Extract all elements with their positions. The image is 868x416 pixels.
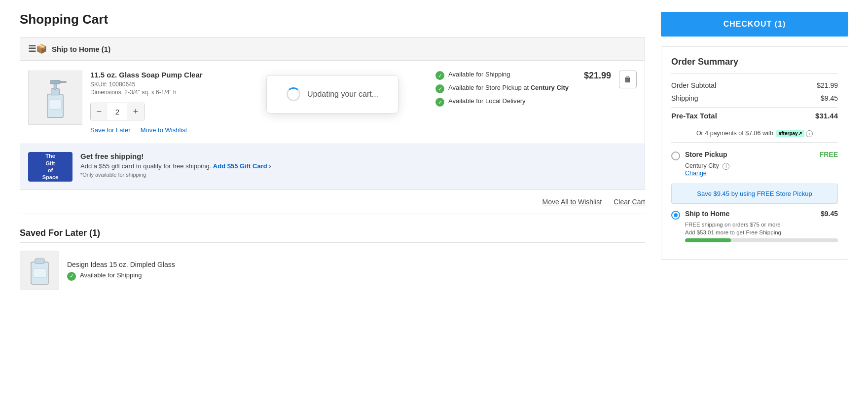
- subtotal-label: Order Subtotal: [671, 81, 716, 89]
- cart-bottom-actions: Move All to Wishlist Clear Cart: [20, 190, 645, 214]
- radio-dot: [674, 213, 678, 217]
- shipping-label: Shipping: [671, 94, 698, 102]
- progress-bar-fill: [685, 238, 731, 242]
- free-shipping-banner: The Gift of Space Get free shipping! Add…: [20, 144, 645, 190]
- ship-icon: ☰📦: [28, 43, 47, 54]
- store-pickup-banner[interactable]: Save $9.45 by using FREE Store Pickup: [671, 184, 838, 204]
- afterpay-text: Or 4 payments of $7.86 with: [696, 130, 773, 137]
- order-summary-box: Order Summary Order Subtotal $21.99 Ship…: [661, 46, 848, 260]
- total-label: Pre-Tax Total: [671, 112, 717, 120]
- gift-card-label: The Gift of Space: [42, 152, 58, 181]
- saved-avail: ✓ Available for Shipping: [67, 271, 175, 281]
- quantity-value: 2: [108, 108, 127, 116]
- ship-to-home-header: Ship to Home $9.45: [671, 210, 838, 220]
- checkout-button[interactable]: CHECKOUT (1): [661, 12, 848, 37]
- free-shipping-content: Get free shipping! Add a $55 gift card t…: [80, 152, 637, 178]
- avail-item-shipping: ✓ Available for Shipping: [435, 71, 569, 80]
- ship-to-home-label: Ship to Home: [685, 210, 816, 218]
- subtotal-row: Order Subtotal $21.99: [671, 81, 838, 89]
- check-icon-pickup: ✓: [435, 84, 444, 93]
- saved-avail-text: Available for Shipping: [80, 271, 142, 279]
- svg-rect-5: [49, 100, 62, 109]
- updating-text: Updating your cart...: [307, 90, 378, 99]
- quantity-control: − 2 +: [90, 103, 145, 120]
- location-info-icon[interactable]: i: [723, 163, 729, 170]
- ship-to-home-option: Ship to Home $9.45 FREE shipping on orde…: [671, 210, 838, 242]
- updating-modal: Updating your cart...: [266, 75, 398, 113]
- saved-product-details: Design Ideas 15 oz. Dimpled Glass ✓ Avai…: [67, 261, 175, 281]
- subtotal-value: $21.99: [817, 81, 838, 89]
- check-icon-saved: ✓: [67, 272, 76, 281]
- total-row: Pre-Tax Total $31.44: [671, 107, 838, 120]
- free-shipping-title: Get free shipping!: [80, 152, 637, 160]
- svg-rect-8: [33, 268, 46, 277]
- store-pickup-radio[interactable]: [671, 151, 680, 160]
- product-image: [28, 71, 82, 125]
- ship-section-label: Ship to Home (1): [52, 45, 110, 53]
- ship-to-home-price: $9.45: [821, 210, 838, 218]
- move-to-wishlist-button[interactable]: Move to Wishlist: [141, 126, 187, 134]
- product-price: $21.99: [577, 71, 611, 81]
- change-store-link[interactable]: Change: [685, 170, 707, 177]
- arrow-icon: ›: [269, 162, 271, 170]
- saved-product-image: [20, 251, 59, 290]
- store-pickup-option: Store Pickup FREE Century City i Change: [671, 151, 838, 177]
- save-for-later-button[interactable]: Save for Later: [90, 126, 131, 134]
- shipping-sub-info: FREE shipping on orders $75 or more: [671, 222, 838, 227]
- page-title: Shopping Cart: [20, 12, 645, 27]
- progress-bar-bg: [685, 238, 838, 242]
- avail-item-pickup: ✓ Available for Store Pickup at Century …: [435, 84, 569, 93]
- svg-rect-3: [50, 80, 61, 84]
- sidebar: CHECKOUT (1) Order Summary Order Subtota…: [661, 12, 848, 298]
- saved-product-name: Design Ideas 15 oz. Dimpled Glass: [67, 261, 175, 268]
- trash-icon: 🗑: [624, 75, 632, 84]
- shipping-row: Shipping $9.45: [671, 94, 838, 102]
- move-all-wishlist-button[interactable]: Move All to Wishlist: [542, 198, 602, 206]
- free-shipping-desc-text: Add a $55 gift card to qualify for free …: [80, 162, 211, 170]
- avail-item-delivery: ✓ Available for Local Delivery: [435, 97, 569, 107]
- ship-to-home-radio[interactable]: [671, 211, 680, 220]
- delete-item-button[interactable]: 🗑: [619, 71, 637, 88]
- saved-section-title: Saved For Later (1): [20, 228, 645, 238]
- gift-card-image: The Gift of Space: [28, 152, 72, 182]
- check-icon: ✓: [435, 71, 444, 80]
- item-actions: Save for Later Move to Wishlist: [90, 126, 428, 134]
- avail-text-shipping: Available for Shipping: [448, 71, 510, 78]
- quantity-increase-button[interactable]: +: [127, 103, 144, 120]
- add-gift-card-link[interactable]: Add $55 Gift Card: [213, 162, 267, 170]
- afterpay-logo: afterpay↗: [776, 130, 804, 137]
- svg-rect-7: [35, 259, 44, 264]
- free-shipping-note: *Only available for shipping: [80, 172, 637, 178]
- afterpay-info-icon[interactable]: i: [806, 130, 813, 137]
- avail-text-pickup: Available for Store Pickup at Century Ci…: [448, 84, 569, 91]
- saved-item: Design Ideas 15 oz. Dimpled Glass ✓ Avai…: [20, 242, 645, 298]
- shipping-progress-bar-wrap: [671, 238, 838, 242]
- cart-item-area: 11.5 oz. Glass Soap Pump Clear SKU#: 100…: [20, 61, 645, 144]
- availability-section: ✓ Available for Shipping ✓ Available for…: [435, 71, 569, 107]
- clear-cart-button[interactable]: Clear Cart: [614, 198, 645, 206]
- avail-text-delivery: Available for Local Delivery: [448, 97, 526, 105]
- store-pickup-sub: Century City i Change: [671, 162, 838, 177]
- quantity-decrease-button[interactable]: −: [91, 103, 108, 120]
- spinner: [287, 87, 300, 101]
- store-pickup-location: Century City: [685, 162, 719, 169]
- shipping-value: $9.45: [821, 94, 838, 102]
- free-shipping-desc: Add a $55 gift card to qualify for free …: [80, 162, 637, 170]
- check-icon-delivery: ✓: [435, 98, 444, 107]
- store-pickup-price: FREE: [820, 151, 838, 158]
- store-pickup-header: Store Pickup FREE: [671, 151, 838, 160]
- afterpay-row: Or 4 payments of $7.86 with afterpay↗ i: [671, 125, 838, 143]
- total-value: $31.44: [815, 112, 838, 120]
- order-summary-title: Order Summary: [671, 57, 838, 74]
- store-pickup-label: Store Pickup: [685, 151, 815, 158]
- ship-section-header: ☰📦 Ship to Home (1): [20, 37, 645, 61]
- shipping-add-info: Add $53.01 more to get Free Shipping: [671, 229, 838, 235]
